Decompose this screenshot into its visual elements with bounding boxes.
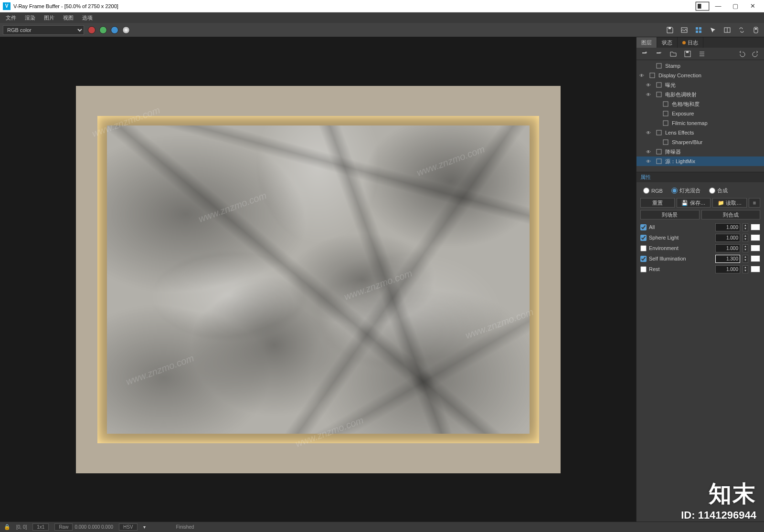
delete-layer-icon[interactable] [655,50,663,58]
light-enable-checkbox[interactable] [640,256,647,262]
layer-name: 降噪器 [665,148,681,156]
menu-file[interactable]: 文件 [2,13,20,22]
link-pdplayer-icon[interactable] [736,25,747,35]
light-color-swatch[interactable] [751,224,760,230]
compare-icon[interactable] [722,25,732,35]
svg-rect-26 [657,149,661,154]
tab-state[interactable]: 状态 [657,37,678,48]
eye-icon[interactable]: 👁 [646,92,653,97]
light-intensity-input[interactable] [715,255,740,263]
title-bar: V V-Ray Frame Buffer - [50.0% of 2750 x … [0,0,764,12]
light-intensity-input[interactable] [715,244,740,252]
light-color-swatch[interactable] [751,255,760,262]
region-render-icon[interactable] [693,25,704,35]
redo-icon[interactable] [752,50,760,58]
spinner-icon[interactable]: ▲▼ [743,265,748,273]
branding-id: ID: 1141296944 [681,509,756,522]
tab-layers[interactable]: 图层 [637,37,657,48]
eye-icon[interactable]: 👁 [646,159,653,164]
spinner-icon[interactable]: ▲▼ [743,244,748,252]
layer-item[interactable]: 👁Display Correction [637,71,764,80]
light-color-swatch[interactable] [751,245,760,251]
menu-render[interactable]: 渲染 [21,13,39,22]
status-zoom[interactable]: 1x1 [32,523,49,531]
radio-lightmix[interactable]: 灯光混合 [671,187,700,194]
folder-icon[interactable] [669,50,678,58]
layer-item[interactable]: 👁降噪器 [637,147,764,156]
radio-composite[interactable]: 合成 [709,187,728,194]
channel-select[interactable]: RGB color [3,25,84,35]
red-channel-icon[interactable] [88,26,96,34]
lock-icon[interactable]: 🔒 [4,524,11,530]
mono-channel-icon[interactable] [122,26,130,34]
spinner-icon[interactable]: ▲▼ [743,223,748,231]
settings-icon[interactable] [751,25,761,35]
light-enable-checkbox[interactable] [640,266,647,272]
green-channel-icon[interactable] [99,26,107,34]
light-color-swatch[interactable] [751,266,760,272]
layer-item[interactable]: 👁Lens Effects [637,128,764,137]
menu-image[interactable]: 图片 [40,13,58,22]
light-enable-checkbox[interactable] [640,224,647,230]
eye-icon[interactable]: 👁 [639,73,646,78]
maximize-button[interactable]: ▢ [727,0,744,12]
to-scene-button[interactable]: 到场景 [640,210,700,219]
layer-item[interactable]: Filmic tonemap [637,118,764,128]
layer-item[interactable]: Exposure [637,109,764,118]
light-intensity-input[interactable] [715,265,740,273]
radio-rgb[interactable]: RGB [643,187,663,194]
svg-rect-2 [668,27,671,29]
reset-button[interactable]: 重置 [640,198,675,208]
status-raw-label[interactable]: Raw [54,523,73,531]
load-image-icon[interactable] [679,25,690,35]
preset-menu-button[interactable]: ≡ [749,198,760,208]
layer-name: 曝光 [665,82,676,89]
spinner-icon[interactable]: ▲▼ [743,255,748,263]
layer-name: 源：LightMix [665,158,695,165]
menu-view[interactable]: 视图 [59,13,77,22]
light-color-swatch[interactable] [751,234,760,241]
save-preset-button[interactable]: 💾 保存… [677,198,711,208]
light-intensity-input[interactable] [715,223,740,231]
eye-icon[interactable]: 👁 [646,83,653,88]
layer-item[interactable]: 👁源：LightMix [637,156,764,166]
menu-options[interactable]: 选项 [78,13,96,22]
layer-item[interactable]: Sharpen/Blur [637,137,764,147]
layer-item[interactable]: 👁曝光 [637,80,764,90]
svg-rect-22 [663,111,668,116]
render-viewport[interactable]: www.znzmo.com www.znzmo.com www.znzmo.co… [0,37,636,522]
light-enable-checkbox[interactable] [640,235,647,241]
light-intensity-input[interactable] [715,234,740,242]
minimize-button[interactable]: — [710,0,727,12]
layer-name: Exposure [672,111,694,116]
save-image-icon[interactable] [665,25,675,35]
track-mouse-icon[interactable] [708,25,718,35]
list-preset-icon[interactable] [698,50,706,58]
layer-type-icon [662,139,669,146]
close-button[interactable]: ✕ [744,0,761,12]
spinner-icon[interactable]: ▲▼ [743,234,748,242]
window-title: V-Ray Frame Buffer - [50.0% of 2750 x 22… [13,3,118,9]
layer-item[interactable]: Stamp [637,61,764,71]
menu-bar: 文件 渲染 图片 视图 选项 [0,12,764,23]
layer-type-icon [662,110,669,117]
light-name: All [649,224,713,230]
eye-icon[interactable]: 👁 [646,130,653,136]
to-composite-button[interactable]: 到合成 [701,210,761,219]
load-preset-button[interactable]: 📁 读取… [712,198,747,208]
layer-name: 色相/饱和度 [672,101,700,108]
layer-type-icon [656,158,662,165]
light-row: Self Illumination▲▼ [640,253,760,264]
light-enable-checkbox[interactable] [640,245,647,251]
blue-channel-icon[interactable] [111,26,118,34]
eye-icon[interactable]: 👁 [646,149,653,155]
add-layer-icon[interactable] [640,50,649,58]
layer-name: 电影色调映射 [665,91,697,98]
tab-log[interactable]: 日志 [678,37,703,48]
layer-item[interactable]: 色相/饱和度 [637,99,764,109]
undo-icon[interactable] [737,50,746,58]
save-preset-icon[interactable] [683,50,692,58]
status-hsv[interactable]: HSV [119,523,138,531]
layer-item[interactable]: 👁电影色调映射 [637,90,764,99]
light-row: All▲▼ [640,222,760,232]
